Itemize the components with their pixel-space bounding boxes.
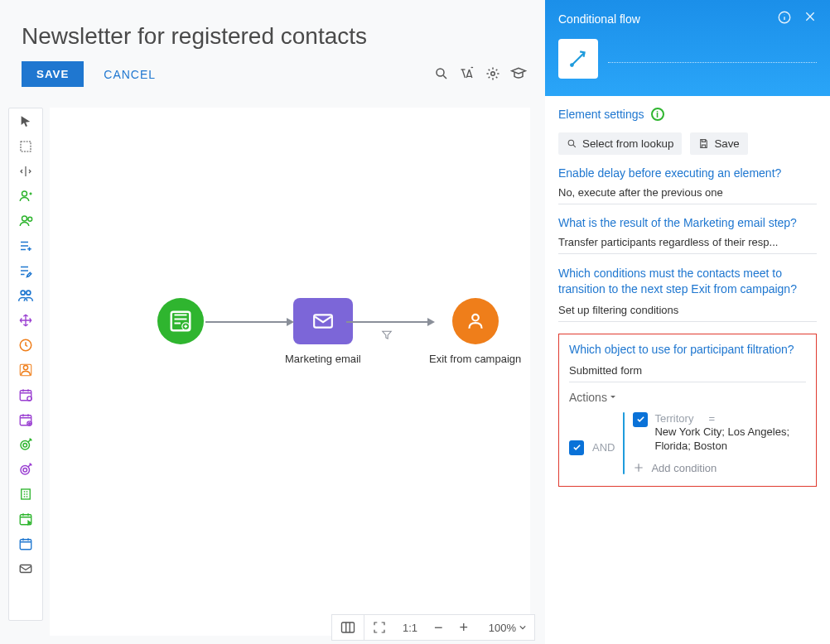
filtration-section: Which object to use for participant filt… xyxy=(558,334,817,487)
list-add-icon[interactable] xyxy=(17,238,34,254)
info-badge-icon[interactable]: i xyxy=(651,108,664,121)
delay-question: Enable delay before executing an element… xyxy=(558,166,817,180)
start-circle-icon xyxy=(157,298,204,344)
list-edit-icon[interactable] xyxy=(17,262,34,279)
person-check-icon[interactable] xyxy=(17,213,34,229)
info-icon[interactable] xyxy=(777,10,792,27)
zoom-in-button[interactable]: + xyxy=(451,615,477,640)
element-name-input[interactable] xyxy=(608,43,817,63)
panel-save-button[interactable]: Save xyxy=(690,132,747,155)
canvas[interactable]: Marketing email Exit from campaign xyxy=(50,108,530,636)
connector[interactable] xyxy=(346,321,429,323)
person-add-icon[interactable] xyxy=(17,188,34,204)
svg-point-29 xyxy=(472,315,479,321)
conditions-question: Which conditions must the contacts meet … xyxy=(558,266,817,297)
arrow-head-icon xyxy=(427,318,435,326)
target-icon[interactable] xyxy=(17,436,34,453)
calendar-x-icon[interactable] xyxy=(17,387,34,403)
search-icon xyxy=(567,138,577,149)
node-exit-campaign[interactable]: Exit from campaign xyxy=(429,298,521,365)
svg-point-6 xyxy=(28,217,32,221)
element-settings-label: Element settings xyxy=(558,108,644,121)
page-title: Newsletter for registered contacts xyxy=(22,23,367,50)
button-label: Save xyxy=(714,137,739,150)
plus-icon xyxy=(633,462,644,473)
marquee-icon[interactable] xyxy=(17,138,34,155)
pointer-icon[interactable] xyxy=(17,113,34,130)
cancel-button[interactable]: CANCEL xyxy=(104,68,156,81)
save-icon xyxy=(698,138,709,149)
svg-point-0 xyxy=(437,69,444,76)
svg-point-19 xyxy=(21,466,30,475)
element-settings-heading: Element settings i xyxy=(558,108,817,121)
svg-point-17 xyxy=(21,441,30,450)
svg-point-7 xyxy=(21,291,25,295)
caret-down-icon xyxy=(609,393,617,401)
check-icon xyxy=(572,443,581,452)
svg-point-33 xyxy=(568,140,574,146)
calendar-play-icon[interactable] xyxy=(17,511,34,527)
zoom-out-button[interactable]: − xyxy=(426,615,451,640)
building-icon[interactable] xyxy=(17,486,34,502)
svg-rect-3 xyxy=(21,142,31,151)
connector[interactable] xyxy=(205,321,288,323)
panel-body: Element settings i Select from lookup Sa… xyxy=(545,96,830,495)
graduation-icon[interactable] xyxy=(510,66,527,84)
condition-value: New York City; Los Angeles; Florida; Bos… xyxy=(654,425,803,454)
actions-label: Actions xyxy=(569,391,607,404)
panel-header: Conditional flow xyxy=(545,0,830,96)
result-question: What is the result of the Marketing emai… xyxy=(558,216,817,229)
condition-operator: = xyxy=(708,412,715,425)
delay-value[interactable]: No, execute after the previous one xyxy=(558,186,817,204)
calendar-o-icon[interactable] xyxy=(17,411,34,428)
target-alt-icon[interactable] xyxy=(17,461,34,478)
header-actions: SAVE CANCEL xyxy=(22,61,156,87)
layout-columns-icon[interactable] xyxy=(332,615,364,640)
svg-point-32 xyxy=(570,63,574,67)
chevron-down-icon xyxy=(519,624,526,631)
group-checkbox[interactable] xyxy=(569,440,584,455)
calendar-icon[interactable] xyxy=(17,536,34,552)
svg-line-1 xyxy=(443,75,446,79)
save-button[interactable]: SAVE xyxy=(22,61,84,87)
svg-rect-30 xyxy=(342,622,355,632)
zoom-fit-label[interactable]: 1:1 xyxy=(394,615,426,640)
node-label: Marketing email xyxy=(285,353,361,365)
close-icon[interactable] xyxy=(803,10,817,27)
filter-icon[interactable] xyxy=(381,329,393,344)
add-condition-button[interactable]: Add condition xyxy=(633,462,803,474)
node-marketing-email[interactable]: Marketing email xyxy=(285,298,361,365)
person-box-icon[interactable] xyxy=(17,362,34,378)
condition-checkbox[interactable] xyxy=(633,412,648,427)
left-toolbox xyxy=(8,108,43,621)
panel-type-icon xyxy=(558,39,598,79)
svg-point-16 xyxy=(29,423,31,425)
result-value[interactable]: Transfer participants regardless of thei… xyxy=(558,236,817,254)
group-bar xyxy=(623,412,625,474)
mail-icon[interactable] xyxy=(17,560,34,577)
svg-point-20 xyxy=(23,469,27,473)
email-square-icon xyxy=(293,298,353,344)
svg-rect-23 xyxy=(20,540,31,550)
actions-dropdown[interactable]: Actions xyxy=(569,391,806,404)
zoom-level-dropdown[interactable]: 100% xyxy=(476,615,534,640)
split-horizontal-icon[interactable] xyxy=(17,163,34,180)
object-value[interactable]: Submitted form xyxy=(569,364,806,382)
arrow-head-icon xyxy=(287,318,294,326)
case-icon[interactable] xyxy=(459,66,475,84)
node-start[interactable] xyxy=(157,298,204,344)
group-icon[interactable] xyxy=(17,287,34,304)
gear-icon[interactable] xyxy=(485,66,500,84)
right-panel: Conditional flow Element settings i Sele… xyxy=(545,0,830,644)
fit-screen-icon[interactable] xyxy=(364,615,394,640)
conditions-value[interactable]: Set up filtering conditions xyxy=(558,304,817,322)
clock-icon[interactable] xyxy=(17,337,34,353)
svg-point-10 xyxy=(23,365,27,369)
search-icon[interactable] xyxy=(434,66,449,84)
and-operator[interactable]: AND xyxy=(592,441,615,454)
svg-rect-24 xyxy=(20,565,31,573)
filter-condition-row[interactable]: Territory = New York City; Los Angeles; … xyxy=(633,412,803,454)
move-icon[interactable] xyxy=(17,312,34,329)
condition-field: Territory xyxy=(654,412,693,425)
select-from-lookup-button[interactable]: Select from lookup xyxy=(558,132,682,155)
